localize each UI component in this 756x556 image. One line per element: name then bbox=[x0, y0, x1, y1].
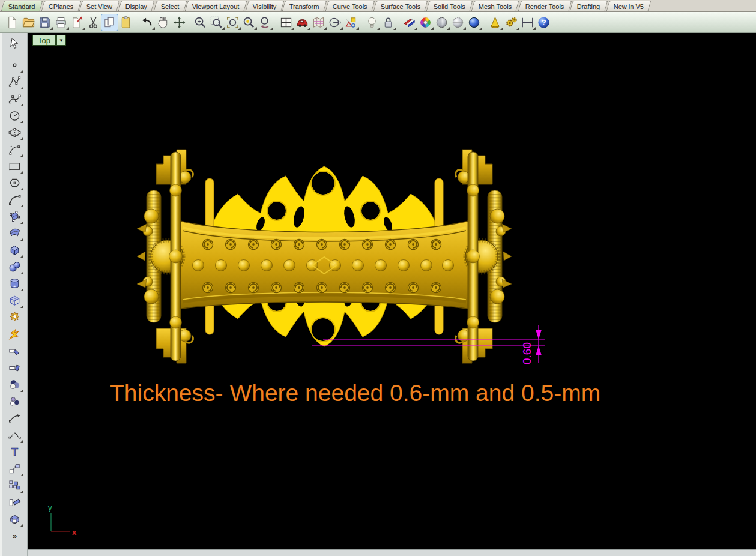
save-icon[interactable] bbox=[37, 14, 53, 31]
tab-standard[interactable]: Standard bbox=[1, 1, 43, 11]
adjustable-blend-icon[interactable] bbox=[5, 426, 23, 443]
rendered-viewport-icon[interactable] bbox=[466, 14, 482, 31]
y-axis-label: y bbox=[48, 503, 52, 512]
dimension-annotation: 0.60 bbox=[312, 325, 545, 364]
viewport-layout-icon[interactable] bbox=[278, 14, 294, 31]
split-icon[interactable] bbox=[5, 359, 23, 376]
tab-new-in-v5[interactable]: New in V5 bbox=[606, 1, 651, 11]
ellipse-icon[interactable] bbox=[5, 124, 23, 141]
polygon-icon[interactable] bbox=[5, 174, 23, 191]
shear-icon[interactable] bbox=[5, 494, 23, 510]
render-mesh-icon[interactable] bbox=[487, 14, 503, 31]
sphere-icon[interactable] bbox=[5, 258, 23, 275]
tab-transform[interactable]: Transform bbox=[282, 1, 327, 11]
tab-drafting[interactable]: Drafting bbox=[570, 1, 608, 11]
box-icon[interactable] bbox=[5, 241, 23, 258]
tab-solid-tools[interactable]: Solid Tools bbox=[426, 1, 473, 11]
point-icon[interactable] bbox=[5, 56, 23, 73]
zoom-back-icon[interactable] bbox=[257, 14, 273, 31]
ring-model bbox=[137, 150, 512, 363]
layer-wedge-icon[interactable] bbox=[401, 14, 417, 31]
selection-filter-icon[interactable] bbox=[343, 14, 359, 31]
rectangle-icon[interactable] bbox=[5, 157, 23, 174]
surface-edit-icon[interactable] bbox=[5, 292, 23, 309]
dimension-arrow-top bbox=[536, 330, 542, 339]
color-wheel-icon[interactable] bbox=[417, 14, 434, 31]
options-gears-icon[interactable] bbox=[503, 14, 519, 31]
viewport-title-label[interactable]: Top bbox=[32, 35, 56, 46]
help-icon[interactable] bbox=[536, 14, 552, 31]
select-arrow-icon[interactable] bbox=[5, 35, 23, 52]
boolean-union-icon[interactable] bbox=[5, 309, 23, 325]
undo-icon[interactable] bbox=[139, 14, 155, 31]
tab-viewport-layout[interactable]: Viewport Layout bbox=[185, 1, 247, 11]
patch-surface-icon[interactable] bbox=[5, 225, 23, 241]
zoom-in-icon[interactable] bbox=[192, 14, 208, 31]
tab-surface-tools[interactable]: Surface Tools bbox=[373, 1, 428, 11]
side-toolbar bbox=[0, 33, 28, 556]
rotate-view-icon[interactable] bbox=[171, 14, 187, 31]
viewport-title: Top ▼ bbox=[32, 35, 66, 46]
paste-icon[interactable] bbox=[118, 14, 134, 31]
blend-curve-icon[interactable] bbox=[5, 191, 23, 208]
thickness-note-text: Thickness- Where needed 0.6-mm and 0.5-m… bbox=[110, 380, 600, 406]
tab-select[interactable]: Select bbox=[153, 1, 187, 11]
lamp-icon[interactable] bbox=[364, 14, 380, 31]
unroll-surface-icon[interactable] bbox=[310, 14, 327, 31]
tab-cplanes[interactable]: CPlanes bbox=[41, 1, 81, 11]
new-file-icon[interactable] bbox=[4, 14, 20, 31]
move-icon[interactable] bbox=[5, 460, 23, 477]
surface-from-points-icon[interactable] bbox=[5, 208, 23, 225]
ring-scene: 0.60 y x bbox=[28, 33, 756, 549]
bottom-strip bbox=[28, 549, 756, 556]
tab-set-view[interactable]: Set View bbox=[79, 1, 120, 11]
zoom-window-icon[interactable] bbox=[208, 14, 225, 31]
open-file-icon[interactable] bbox=[20, 14, 37, 31]
lock-icon[interactable] bbox=[380, 14, 396, 31]
text-icon[interactable] bbox=[5, 443, 23, 460]
x-axis-label: x bbox=[72, 528, 77, 537]
print-icon[interactable] bbox=[53, 14, 69, 31]
main-toolbar bbox=[0, 12, 756, 33]
shaded-viewport-icon[interactable] bbox=[434, 14, 450, 31]
pan-view-icon[interactable] bbox=[155, 14, 171, 31]
tab-visibility[interactable]: Visibility bbox=[245, 1, 284, 11]
dimension-arrow-bottom bbox=[536, 346, 542, 355]
trim-icon[interactable] bbox=[5, 342, 23, 359]
tab-mesh-tools[interactable]: Mesh Tools bbox=[471, 1, 520, 11]
zoom-extents-icon[interactable] bbox=[225, 14, 241, 31]
control-point-curve-icon[interactable] bbox=[5, 90, 23, 107]
viewport-canvas[interactable]: 0.60 y x Top ▼ Thickness- Where needed 0… bbox=[28, 33, 756, 549]
fillet-edge-icon[interactable] bbox=[5, 376, 23, 393]
export-icon[interactable] bbox=[69, 14, 85, 31]
dimension-value: 0.60 bbox=[521, 342, 533, 364]
circle-icon[interactable] bbox=[5, 107, 23, 124]
arc-icon[interactable] bbox=[5, 141, 23, 157]
toolbar-tab-bar: Standard CPlanes Set View Display Select… bbox=[0, 0, 756, 12]
array-icon[interactable] bbox=[5, 477, 23, 494]
viewport-menu-button[interactable]: ▼ bbox=[56, 35, 66, 46]
cplane-icon[interactable] bbox=[327, 14, 343, 31]
dimension-icon[interactable] bbox=[519, 14, 536, 31]
cut-icon[interactable] bbox=[85, 14, 101, 31]
object-dots-icon[interactable] bbox=[5, 393, 23, 409]
polyline-icon[interactable] bbox=[5, 73, 23, 90]
ghosted-viewport-icon[interactable] bbox=[450, 14, 466, 31]
tab-display[interactable]: Display bbox=[118, 1, 155, 11]
copy-icon[interactable] bbox=[101, 14, 118, 31]
axis-gnomon: y x bbox=[48, 503, 77, 537]
cylinder-icon[interactable] bbox=[5, 275, 23, 292]
tab-render-tools[interactable]: Render Tools bbox=[518, 1, 572, 11]
more-tools-icon[interactable] bbox=[5, 527, 23, 544]
zoom-selected-icon[interactable] bbox=[241, 14, 257, 31]
extend-curve-icon[interactable] bbox=[5, 409, 23, 426]
car-icon[interactable] bbox=[294, 14, 310, 31]
explode-icon[interactable] bbox=[5, 325, 23, 342]
cage-edit-icon[interactable] bbox=[5, 510, 23, 527]
chevron-down-icon: ▼ bbox=[59, 38, 64, 43]
tab-curve-tools[interactable]: Curve Tools bbox=[325, 1, 375, 11]
